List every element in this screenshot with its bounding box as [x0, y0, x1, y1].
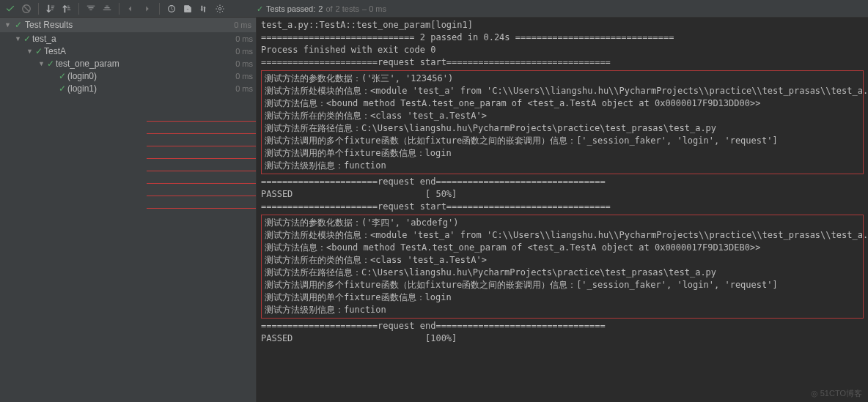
- tree-row[interactable]: ✓ (login0) 0 ms: [0, 70, 256, 82]
- tree-time: 0 ms: [235, 84, 253, 93]
- test-status-bar: ✓ Tests passed: 2 of 2 tests – 0 ms: [257, 0, 386, 18]
- annotation-arrow: [147, 171, 257, 171]
- chevron-down-icon: ▼: [26, 48, 34, 55]
- check-icon: ✓: [59, 83, 66, 94]
- expand-icon[interactable]: [84, 1, 98, 16]
- status-check-icon: ✓: [257, 4, 263, 14]
- console-line: ======================request start=====…: [261, 201, 864, 213]
- check-icon: ✓: [47, 59, 54, 69]
- tree-time: 0 ms: [235, 59, 253, 68]
- stop-icon[interactable]: [19, 1, 34, 16]
- next-icon[interactable]: [140, 1, 155, 16]
- annotation-arrow: [147, 183, 257, 184]
- annotation-arrow: [147, 208, 257, 209]
- check-icon: ✓: [35, 46, 43, 56]
- collapse-icon[interactable]: [100, 1, 114, 16]
- console-line: PASSED [ 50%]: [261, 188, 864, 201]
- console-output[interactable]: test_a.py::TestA::test_one_param[login1]…: [257, 18, 868, 402]
- tree-label: test_one_param: [56, 59, 119, 69]
- console-line: ======================request start=====…: [261, 56, 864, 69]
- tree-row[interactable]: ▼ ✓ TestA 0 ms: [0, 45, 256, 57]
- annotation-arrow: [147, 121, 257, 122]
- test-tree: ▼ ✓ Test Results 0 ms ▼ ✓ test_a 0 ms ▼ …: [0, 18, 257, 402]
- console-line: ======================request end=======…: [261, 320, 864, 332]
- status-suffix: – 0 ms: [362, 4, 386, 13]
- tree-label: test_a: [32, 34, 56, 44]
- settings-icon[interactable]: [213, 1, 227, 16]
- console-line: ============================= 2 passed i…: [261, 31, 864, 44]
- console-line: 测试方法所处模块的信息：<module 'test_a' from 'C:\\U…: [265, 229, 860, 242]
- console-line: 测试方法所在的类的信息：<class 'test_a.TestA'>: [265, 110, 860, 122]
- console-line: ======================request end=======…: [261, 176, 864, 188]
- console-line: PASSED [100%]: [261, 332, 864, 345]
- console-line: 测试方法信息：<bound method TestA.test_one_para…: [265, 242, 860, 254]
- main-area: ▼ ✓ Test Results 0 ms ▼ ✓ test_a 0 ms ▼ …: [0, 18, 868, 402]
- status-count: 2: [318, 4, 323, 13]
- import-export-icon[interactable]: [196, 1, 211, 16]
- annotation-arrow: [147, 146, 257, 146]
- console-line: 测试方法级别信息：function: [265, 304, 860, 316]
- status-mid: of: [326, 4, 332, 13]
- chevron-down-icon: ▼: [38, 60, 45, 67]
- test-toolbar: ✓ Tests passed: 2 of 2 tests – 0 ms: [0, 0, 868, 18]
- console-line: 测试方法的参数化数据：('张三', '123456'): [265, 72, 860, 85]
- chevron-down-icon: ▼: [4, 21, 12, 29]
- console-line: 测试方法所在路径信息：C:\Users\liangshu.hu\PycharmP…: [265, 267, 860, 279]
- prev-icon[interactable]: [124, 1, 139, 16]
- tree-time: 0 ms: [235, 47, 253, 56]
- console-line: 测试方法所处模块的信息：<module 'test_a' from 'C:\\U…: [265, 85, 860, 97]
- highlight-box: 测试方法的参数化数据：('张三', '123456') 测试方法所处模块的信息：…: [261, 70, 864, 174]
- tree-time: 0 ms: [235, 72, 253, 81]
- console-line: Process finished with exit code 0: [261, 44, 864, 56]
- tree-header[interactable]: ▼ ✓ Test Results 0 ms: [0, 18, 256, 32]
- console-line: 测试方法调用的单个fixture函数信息：login: [265, 147, 860, 160]
- tree-header-time: 0 ms: [234, 21, 251, 29]
- console-line: test_a.py::TestA::test_one_param[login1]: [261, 19, 864, 31]
- console-line: 测试方法调用的单个fixture函数信息：login: [265, 291, 860, 304]
- check-icon: ✓: [23, 34, 31, 44]
- tree-label: (login0): [67, 71, 97, 81]
- chevron-down-icon: ▼: [15, 35, 22, 42]
- annotation-arrow: [147, 158, 257, 159]
- console-line: 测试方法级别信息：function: [265, 160, 860, 172]
- sort-up-icon[interactable]: [59, 1, 74, 16]
- console-line: 测试方法信息：<bound method TestA.test_one_para…: [265, 97, 860, 110]
- tree-header-label: Test Results: [25, 20, 73, 30]
- status-total: 2 tests: [336, 4, 359, 13]
- tree-row[interactable]: ▼ ✓ test_one_param 0 ms: [0, 57, 256, 70]
- check-icon: ✓: [59, 71, 66, 81]
- console-line: 测试方法调用的多个fixture函数（比如fixture函数之间的嵌套调用）信息…: [265, 135, 860, 147]
- annotation-arrow: [147, 133, 257, 134]
- console-line: 测试方法所在路径信息：C:\Users\liangshu.hu\PycharmP…: [265, 122, 860, 135]
- status-prefix: Tests passed:: [266, 4, 315, 13]
- highlight-box: 测试方法的参数化数据：('李四', 'abcdefg') 测试方法所处模块的信息…: [261, 215, 864, 319]
- svg-point-2: [218, 7, 221, 10]
- tree-label: (login1): [67, 83, 97, 94]
- console-line: 测试方法所在的类的信息：<class 'test_a.TestA'>: [265, 254, 860, 267]
- history-icon[interactable]: [164, 1, 179, 16]
- console-line: 测试方法的参数化数据：('李四', 'abcdefg'): [265, 217, 860, 229]
- tree-time: 0 ms: [235, 34, 253, 43]
- separator: [78, 3, 79, 15]
- separator: [159, 3, 160, 15]
- tree-row[interactable]: ✓ (login1) 0 ms: [0, 82, 256, 94]
- toggle-check-icon[interactable]: [3, 1, 18, 16]
- tree-label: TestA: [44, 46, 66, 56]
- check-icon: ✓: [15, 20, 22, 30]
- separator: [38, 3, 39, 15]
- sort-down-icon[interactable]: [43, 1, 58, 16]
- watermark: ◎ 51CTO博客: [811, 388, 862, 399]
- separator: [119, 3, 119, 15]
- console-line: 测试方法调用的多个fixture函数（比如fixture函数之间的嵌套调用）信息…: [265, 279, 860, 291]
- annotation-arrow: [147, 196, 257, 196]
- tree-row[interactable]: ▼ ✓ test_a 0 ms: [0, 32, 256, 45]
- export-icon[interactable]: [180, 1, 195, 16]
